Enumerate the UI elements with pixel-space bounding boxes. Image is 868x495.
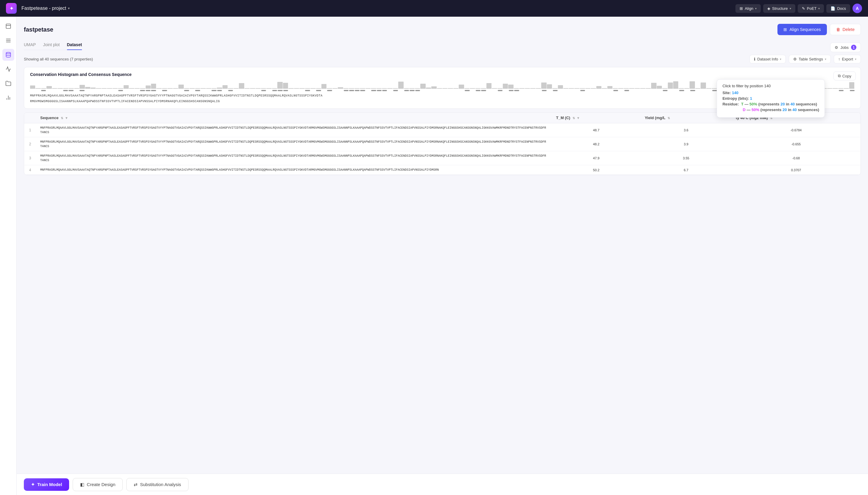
nav-actions: ⊞ Align ▾ ◈ Structure ▾ ✎ PoET ▾ 📄 Docs … — [735, 4, 862, 13]
delete-button[interactable]: 🗑 Delete — [830, 24, 861, 35]
tm-sort-icon: ⇅ — [573, 117, 575, 120]
tooltip-d-row: D — 50% (represents 20 in 40 sequences) — [743, 107, 819, 112]
col-num — [24, 113, 36, 123]
col-tm[interactable]: T_M (C) ⇅ ▼ — [552, 113, 641, 123]
row-tm: 50.2 — [552, 165, 641, 175]
export-button[interactable]: ↑ Export ▾ — [834, 55, 861, 64]
row-sequence: MNFPRASRLMQAAVLGGLMAVSAAATAQTNPYARGPNPTA… — [36, 165, 552, 175]
row-yield: 3.55 — [641, 151, 732, 165]
export-chevron-icon: ▾ — [855, 57, 856, 61]
row-number: 4 — [24, 165, 36, 175]
row-yield: 3.6 — [641, 123, 732, 137]
top-nav: ✦ Fastpetease - project ▾ ⊞ Align ▾ ◈ St… — [0, 0, 868, 17]
poet-chevron-icon: ▾ — [818, 7, 820, 10]
project-name[interactable]: Fastpetease - project ▾ — [21, 6, 70, 11]
sidebar-item-list[interactable] — [2, 35, 14, 47]
copy-button[interactable]: ⧉ Copy — [833, 71, 856, 81]
svg-rect-0 — [6, 24, 11, 29]
train-model-button[interactable]: ✦ Train Model — [24, 478, 69, 491]
toolbar-row: Showing all 40 sequences (7 properties) … — [24, 55, 861, 64]
row-yield: 6.7 — [641, 165, 732, 175]
sidebar-item-dataset[interactable] — [2, 49, 14, 61]
table-settings-button[interactable]: ⚙ Table Settings ▾ — [789, 55, 831, 64]
tooltip-popup: Click to filter by position 140 Site: 14… — [717, 79, 825, 118]
app-logo[interactable]: ✦ — [6, 3, 17, 14]
page-title: fastpetase — [24, 26, 53, 33]
tooltip-site-row: Site: 140 — [722, 90, 819, 95]
row-tm: 48.2 — [552, 137, 641, 151]
main-layout: fastpetase ⊞ Align Sequences 🗑 Delete UM… — [0, 17, 868, 495]
sidebar-item-analytics[interactable] — [2, 63, 14, 75]
d-percent: 50% — [751, 107, 759, 112]
align-sequences-button[interactable]: ⊞ Align Sequences — [778, 24, 827, 35]
yield-sort-icon: ⇅ — [667, 117, 670, 120]
page-header: fastpetase ⊞ Align Sequences 🗑 Delete — [24, 24, 861, 35]
substitution-analysis-icon: ⇄ — [134, 482, 138, 487]
table-row: 1 MNFPRASRLMQAAVLGGLMAVSAAATAQTNPYARGPNP… — [24, 123, 861, 137]
structure-chevron-icon: ▾ — [790, 7, 791, 10]
poet-icon: ✎ — [802, 6, 805, 11]
t-percent: 50% — [749, 102, 757, 106]
jobs-icon: ⚙ — [835, 45, 838, 50]
table-settings-chevron-icon: ▾ — [825, 57, 826, 61]
align-nav-btn[interactable]: ⊞ Align ▾ — [735, 4, 761, 13]
t-residue-label: T — [741, 102, 744, 106]
create-design-button[interactable]: ◧ Create Design — [73, 478, 123, 491]
showing-text: Showing all 40 sequences (7 properties) — [24, 57, 93, 61]
dataset-info-button[interactable]: ℹ Dataset Info ▾ — [749, 55, 786, 64]
tab-dataset[interactable]: Dataset — [67, 40, 82, 50]
create-design-icon: ◧ — [80, 482, 84, 487]
substitution-analysis-button[interactable]: ⇄ Substitution Analysis — [126, 478, 189, 491]
sidebar-item-chart[interactable] — [2, 92, 14, 104]
t-count: 20 — [780, 102, 785, 106]
row-sequence: MNFPRASRLMQAAVLGGLMAVSAAATAQTNPYARGPNPTA… — [36, 137, 552, 151]
content-area: fastpetase ⊞ Align Sequences 🗑 Delete UM… — [17, 17, 868, 474]
tab-joint-plot[interactable]: Joint plot — [43, 40, 59, 50]
dataset-info-chevron-icon: ▾ — [780, 57, 781, 61]
project-chevron-icon: ▾ — [68, 6, 70, 11]
docs-icon: 📄 — [831, 6, 835, 11]
row-tm: 48.7 — [552, 123, 641, 137]
bottom-bar: ✦ Train Model ◧ Create Design ⇄ Substitu… — [17, 474, 868, 495]
structure-nav-btn[interactable]: ◈ Structure ▾ — [763, 4, 795, 13]
row-ty40c: -0.68 — [732, 151, 861, 165]
table-row: 4 MNFPRASRLMQAAVLGGLMAVSAAATAQTNPYARGPNP… — [24, 165, 861, 175]
sidebar-item-folder[interactable] — [2, 78, 14, 89]
tabs-row: UMAP Joint plot Dataset ⚙ Jobs 1 — [24, 40, 861, 55]
tm-filter-icon[interactable]: ▼ — [577, 116, 580, 120]
docs-nav-btn[interactable]: 📄 Docs — [826, 4, 850, 13]
user-avatar[interactable]: A — [852, 4, 862, 13]
jobs-badge: 1 — [851, 45, 856, 50]
row-ty40c: -0.655 — [732, 137, 861, 151]
info-icon: ℹ — [754, 57, 755, 61]
row-ty40c: -0.6784 — [732, 123, 861, 137]
tab-umap[interactable]: UMAP — [24, 40, 36, 50]
tooltip-entropy-row: Entropy (bits): 1 — [722, 96, 819, 101]
structure-icon: ◈ — [767, 6, 770, 11]
align-chevron-icon: ▾ — [755, 7, 756, 10]
copy-icon: ⧉ — [838, 73, 840, 78]
align-sequences-icon: ⊞ — [783, 27, 787, 32]
toolbar-actions: ℹ Dataset Info ▾ ⚙ Table Settings ▾ ↑ Ex… — [749, 55, 861, 64]
sequence-filter-icon[interactable]: ▼ — [65, 116, 68, 120]
jobs-button[interactable]: ⚙ Jobs 1 — [830, 42, 861, 52]
table-row: 2 MNFPRASRLMQAAVLGGLMAVSAAATAQTNPYARGPNP… — [24, 137, 861, 151]
sidebar-item-page[interactable] — [2, 20, 14, 32]
svg-point-5 — [6, 52, 11, 54]
header-actions: ⊞ Align Sequences 🗑 Delete — [778, 24, 861, 35]
row-yield: 3.9 — [641, 137, 732, 151]
row-sequence: MNFPRASRLMQAAVLGGLMAVSAAATAQTNPYARGPNPTA… — [36, 151, 552, 165]
train-icon: ✦ — [31, 482, 35, 487]
tooltip-residue-row: Residue: T — 50% (represents 20 in 40 se… — [722, 102, 819, 106]
export-icon: ↑ — [838, 57, 840, 61]
main-content: fastpetase ⊞ Align Sequences 🗑 Delete UM… — [17, 17, 868, 495]
row-number: 2 — [24, 137, 36, 151]
d-count: 20 — [783, 107, 787, 112]
delete-icon: 🗑 — [836, 27, 840, 32]
sequence-sort-icon: ⇅ — [61, 117, 63, 120]
sequences-table: Sequence ⇅ ▼ T_M (C) ⇅ ▼ Yield (mg/L — [24, 112, 861, 175]
row-ty40c: 0.3707 — [732, 165, 861, 175]
row-number: 1 — [24, 123, 36, 137]
col-sequence[interactable]: Sequence ⇅ ▼ — [36, 113, 552, 123]
poet-nav-btn[interactable]: ✎ PoET ▾ — [798, 4, 824, 13]
